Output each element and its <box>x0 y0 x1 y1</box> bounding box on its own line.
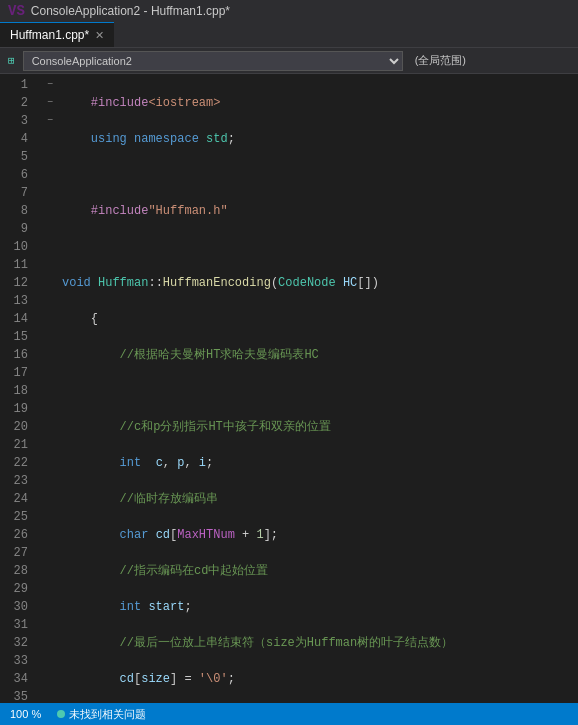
line-num: 22 <box>4 454 34 472</box>
status-dot <box>57 710 65 718</box>
code-line-2: using namespace std; <box>58 130 578 148</box>
line-num: 27 <box>4 544 34 562</box>
line-num: 11 <box>4 256 34 274</box>
line-num: 1 <box>4 76 34 94</box>
status-message: 未找到相关问题 <box>57 707 146 722</box>
fold-6-icon[interactable]: − <box>42 76 58 94</box>
line-num: 15 <box>4 328 34 346</box>
project-dropdown[interactable]: ConsoleApplication2 <box>23 51 403 71</box>
line-num: 31 <box>4 616 34 634</box>
line-num: 24 <box>4 490 34 508</box>
line-num: 14 <box>4 310 34 328</box>
line-num: 13 <box>4 292 34 310</box>
line-num: 21 <box>4 436 34 454</box>
line-num: 32 <box>4 634 34 652</box>
tab-bar: Huffman1.cpp* ✕ <box>0 22 578 48</box>
line-num: 7 <box>4 184 34 202</box>
code-line-9 <box>58 382 578 400</box>
tab-close-icon[interactable]: ✕ <box>95 29 104 42</box>
code-line-10: //c和p分别指示HT中孩子和双亲的位置 <box>58 418 578 436</box>
line-num: 29 <box>4 580 34 598</box>
tab-huffman[interactable]: Huffman1.cpp* ✕ <box>0 22 114 47</box>
line-num: 6 <box>4 166 34 184</box>
code-line-6: void Huffman::HuffmanEncoding(CodeNode H… <box>58 274 578 292</box>
tab-label: Huffman1.cpp* <box>10 28 89 42</box>
line-num: 35 <box>4 688 34 703</box>
line-num: 10 <box>4 238 34 256</box>
line-num: 18 <box>4 382 34 400</box>
fold-19-icon[interactable]: − <box>42 94 58 112</box>
line-num: 5 <box>4 148 34 166</box>
fold-col: − − − <box>42 74 58 703</box>
line-num: 12 <box>4 274 34 292</box>
line-num: 17 <box>4 364 34 382</box>
status-bar: 100 % 未找到相关问题 <box>0 703 578 725</box>
window-title: ConsoleApplication2 - Huffman1.cpp* <box>31 4 230 18</box>
title-bar: VS ConsoleApplication2 - Huffman1.cpp* <box>0 0 578 22</box>
code-line-8: //根据哈夫曼树HT求哈夫曼编码表HC <box>58 346 578 364</box>
line-num: 25 <box>4 508 34 526</box>
code-line-11: int c, p, i; <box>58 454 578 472</box>
line-num: 28 <box>4 562 34 580</box>
line-num: 20 <box>4 418 34 436</box>
scope-icon: ⊞ <box>4 52 19 69</box>
line-num: 3 <box>4 112 34 130</box>
line-num: 19 <box>4 400 34 418</box>
line-num: 9 <box>4 220 34 238</box>
status-text: 未找到相关问题 <box>69 707 146 722</box>
line-num: 8 <box>4 202 34 220</box>
line-numbers: 1 2 3 4 5 6 7 8 9 10 11 12 13 14 15 16 1… <box>4 74 42 703</box>
line-num: 16 <box>4 346 34 364</box>
code-line-16: //最后一位放上串结束符（size为Huffman树的叶子结点数） <box>58 634 578 652</box>
code-line-5 <box>58 238 578 256</box>
line-num: 30 <box>4 598 34 616</box>
fold-26-icon[interactable]: − <box>42 112 58 130</box>
code-line-1: #include<iostream> <box>58 94 578 112</box>
editor: 1 2 3 4 5 6 7 8 9 10 11 12 13 14 15 16 1… <box>0 74 578 703</box>
code-line-14: //指示编码在cd中起始位置 <box>58 562 578 580</box>
code-line-13: char cd[MaxHTNum + 1]; <box>58 526 578 544</box>
zoom-text: 100 % <box>10 708 41 720</box>
line-num: 4 <box>4 130 34 148</box>
line-num: 26 <box>4 526 34 544</box>
line-num: 33 <box>4 652 34 670</box>
code-line-3 <box>58 166 578 184</box>
code-line-4: #include"Huffman.h" <box>58 202 578 220</box>
code-area[interactable]: #include<iostream> using namespace std; … <box>58 74 578 703</box>
scope-label: (全局范围) <box>407 53 474 68</box>
line-num: 2 <box>4 94 34 112</box>
code-line-17: cd[size] = '\0'; <box>58 670 578 688</box>
zoom-level: 100 % <box>10 708 41 720</box>
code-line-15: int start; <box>58 598 578 616</box>
toolbar: ⊞ ConsoleApplication2 (全局范围) <box>0 48 578 74</box>
code-line-7: { <box>58 310 578 328</box>
vs-icon: VS <box>8 3 25 19</box>
line-num: 23 <box>4 472 34 490</box>
code-line-12: //临时存放编码串 <box>58 490 578 508</box>
line-num: 34 <box>4 670 34 688</box>
